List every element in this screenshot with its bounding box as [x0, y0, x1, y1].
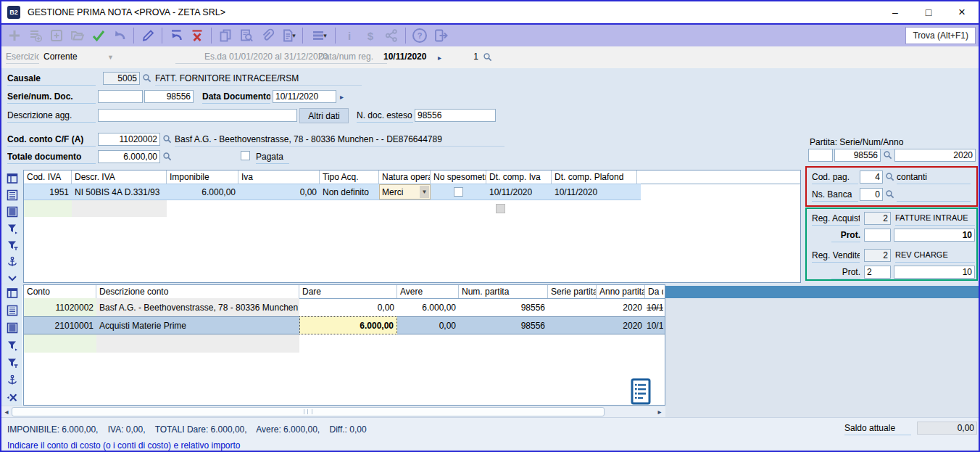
- serie-partita-cell[interactable]: [548, 316, 597, 334]
- dare-cell[interactable]: 0,00: [299, 298, 397, 316]
- lookup-icon[interactable]: [885, 189, 895, 200]
- next-date-icon[interactable]: ▸: [435, 51, 444, 64]
- info-icon[interactable]: i: [339, 26, 360, 45]
- undo-icon[interactable]: [109, 26, 130, 45]
- prot-vendite-serie-field[interactable]: 2: [864, 266, 891, 279]
- column-header[interactable]: Imponibile: [167, 170, 238, 184]
- conti-row[interactable]: 11020002 Basf A.G. - Beethovenstrasse, 7…: [24, 298, 665, 317]
- column-header[interactable]: Anno partita: [597, 285, 645, 298]
- filter-icon[interactable]: [6, 339, 18, 351]
- scroll-right-icon[interactable]: ▸: [655, 406, 665, 417]
- cod-conto-field[interactable]: 11020002: [98, 133, 160, 146]
- reg-acquisti-field[interactable]: 2: [864, 212, 891, 225]
- descrizione-conto-cell[interactable]: Acquisti Materie Prime: [96, 316, 299, 334]
- iva-iva-cell[interactable]: 0,00: [238, 184, 320, 200]
- da-data-cell[interactable]: 10/1: [645, 298, 663, 316]
- anno-partita-cell[interactable]: 2020: [597, 316, 645, 334]
- column-header[interactable]: Conto: [24, 285, 96, 298]
- iva-empty-row[interactable]: [24, 200, 641, 217]
- column-header[interactable]: Iva: [238, 170, 320, 184]
- list-icon[interactable]: [6, 189, 18, 201]
- column-header[interactable]: Dare: [299, 285, 397, 298]
- partita-serie-field[interactable]: [808, 149, 833, 162]
- compact-list-icon[interactable]: [6, 321, 18, 334]
- column-header[interactable]: Tipo Acq.: [320, 170, 379, 184]
- insert-window-icon[interactable]: [46, 26, 67, 45]
- iva-descr-cell[interactable]: NI 50BIS 4A D.331/93: [72, 184, 167, 200]
- column-header[interactable]: Serie partita: [548, 285, 597, 298]
- advanced-filter-icon[interactable]: [6, 239, 18, 251]
- prot-vendite-num-field[interactable]: 10: [894, 266, 975, 279]
- ns-banca-field[interactable]: 0: [860, 188, 883, 201]
- num-reg-field[interactable]: 1: [462, 52, 478, 62]
- list-menu-icon[interactable]: ▾: [307, 26, 331, 45]
- column-header[interactable]: Natura operaz.: [379, 170, 431, 184]
- anno-partita-cell[interactable]: 2020: [597, 298, 645, 316]
- partita-anno-field[interactable]: 2020: [894, 149, 976, 162]
- copy-icon[interactable]: [215, 26, 236, 45]
- search-icon[interactable]: [483, 52, 493, 62]
- prot-acquisti-num-field[interactable]: 10: [894, 229, 975, 242]
- filter-icon[interactable]: [6, 222, 18, 234]
- da-data-cell[interactable]: 10/1: [645, 316, 663, 334]
- close-icon[interactable]: ×: [945, 1, 979, 23]
- column-header[interactable]: No spesometro: [431, 170, 486, 184]
- column-header[interactable]: Da d: [645, 285, 663, 298]
- natura-operaz-select[interactable]: Merci▼: [379, 184, 431, 200]
- find-button[interactable]: Trova (Alt+F1): [905, 27, 976, 44]
- conto-cell[interactable]: 11020002: [24, 298, 96, 316]
- exit-icon[interactable]: [431, 26, 451, 45]
- share-icon[interactable]: [381, 26, 402, 45]
- horizontal-scrollbar[interactable]: ◂ ▸: [1, 406, 665, 418]
- datasheet-icon[interactable]: [6, 287, 18, 299]
- new-icon[interactable]: [4, 26, 25, 45]
- scrollbar-thumb[interactable]: [12, 407, 605, 416]
- anchor-icon[interactable]: [6, 374, 18, 386]
- column-header[interactable]: Avere: [397, 285, 459, 298]
- scroll-left-icon[interactable]: ◂: [1, 406, 12, 417]
- iva-tipo-acq-cell[interactable]: Non definito: [320, 184, 379, 200]
- column-header[interactable]: Descr. IVA: [72, 170, 167, 184]
- partita-num-field[interactable]: 98556: [834, 149, 881, 162]
- advanced-filter-icon[interactable]: [6, 356, 18, 369]
- minimize-icon[interactable]: –: [879, 1, 912, 23]
- dt-comp-plafond-cell[interactable]: 10/11/2020: [552, 184, 637, 200]
- iva-cod-cell[interactable]: 1951: [24, 184, 72, 200]
- esercizio-select[interactable]: Corrente: [43, 52, 106, 62]
- avere-cell[interactable]: 0,00: [397, 316, 459, 334]
- amounts-icon[interactable]: $: [360, 26, 381, 45]
- data-reg-field[interactable]: 10/11/2020: [383, 52, 426, 62]
- iva-row[interactable]: 1951 NI 50BIS 4A D.331/93 6.000,00 0,00 …: [24, 184, 641, 200]
- lookup-icon[interactable]: [162, 134, 173, 144]
- list-icon[interactable]: [6, 304, 18, 316]
- column-header[interactable]: Descrizione conto: [96, 285, 299, 298]
- descrizione-agg-field[interactable]: [98, 109, 297, 122]
- reg-vendite-field[interactable]: 2: [864, 249, 891, 262]
- n-doc-esteso-field[interactable]: 98556: [415, 109, 496, 122]
- lookup-icon[interactable]: [885, 172, 895, 182]
- conto-cell[interactable]: 21010001: [24, 316, 96, 334]
- column-header[interactable]: Dt. comp. Iva: [486, 170, 552, 184]
- help-icon[interactable]: ?: [410, 26, 430, 45]
- column-header[interactable]: Dt. comp. Plafond: [552, 170, 637, 184]
- document-lines-icon[interactable]: [630, 378, 652, 406]
- confirm-icon[interactable]: [88, 26, 109, 45]
- delete-row-icon[interactable]: [6, 391, 18, 403]
- dt-comp-iva-cell[interactable]: 10/11/2020: [486, 184, 552, 200]
- datasheet-icon[interactable]: [6, 172, 18, 184]
- causale-code-field[interactable]: 5005: [103, 72, 140, 85]
- altri-dati-button[interactable]: Altri dati: [299, 108, 349, 123]
- collapse-icon[interactable]: [6, 272, 18, 284]
- document-menu-icon[interactable]: ▾: [278, 26, 299, 45]
- serie-doc-field[interactable]: [98, 90, 143, 103]
- num-partita-cell[interactable]: 98556: [459, 316, 548, 334]
- maximize-icon[interactable]: □: [912, 1, 945, 23]
- insert-list-icon[interactable]: [25, 26, 46, 45]
- lookup-icon[interactable]: [883, 150, 893, 160]
- descrizione-conto-cell[interactable]: Basf A.G. - Beethovenstrasse, 78 - 80336…: [96, 298, 299, 316]
- pagata-checkbox[interactable]: [241, 151, 250, 160]
- iva-imponibile-cell[interactable]: 6.000,00: [167, 184, 238, 200]
- avere-cell[interactable]: 6.000,00: [397, 298, 459, 316]
- chevron-down-icon[interactable]: ▼: [107, 54, 114, 61]
- lookup-icon[interactable]: [142, 73, 152, 83]
